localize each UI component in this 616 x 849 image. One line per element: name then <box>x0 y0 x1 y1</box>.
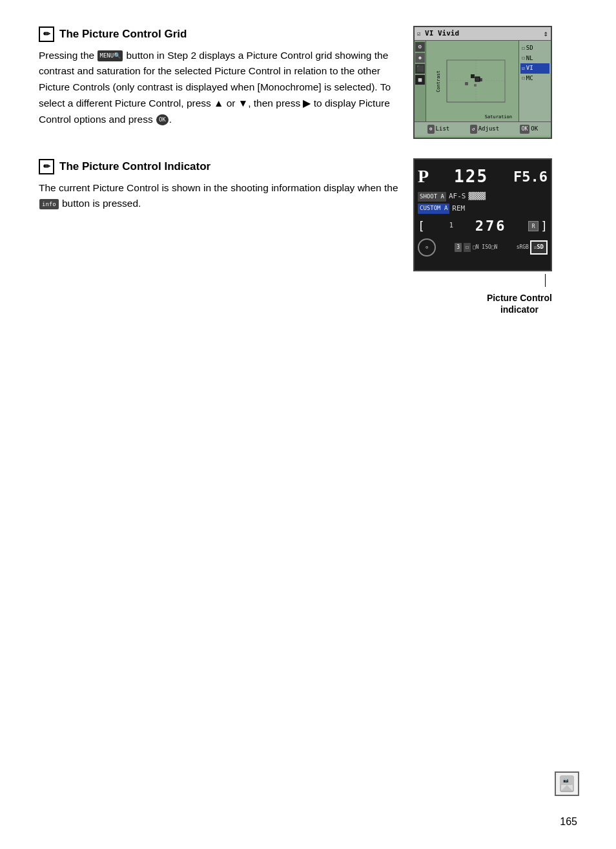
lcd2-tags: SHOOT A AF-S ▓▓▓▓ CUSTOM A REM <box>418 191 486 214</box>
corner-icon-inner: 📷 <box>555 771 579 796</box>
lcd2-mode: P <box>418 163 429 190</box>
lcd2-custom-tag: CUSTOM A <box>418 204 449 214</box>
lcd2-top-row: P 125 F5.6 <box>418 163 548 190</box>
lcd-btn-adjust: ↺ Adjust <box>470 125 499 134</box>
lcd2-rec-icon: R <box>528 221 539 231</box>
ok-icon: OK <box>520 125 530 134</box>
bookmark-icon: 📷 <box>558 775 576 793</box>
indicator-label: Picture Controlindicator <box>487 292 552 315</box>
lcd-content-wrap: ⚙ ◈ ⬛ ▦ Contrast <box>415 41 551 121</box>
lcd2-bracket-left: [ <box>418 217 425 235</box>
section-2: ✏ The Picture Control Indicator The curr… <box>39 158 577 315</box>
svg-rect-9 <box>475 77 480 81</box>
lcd-titlebar-1: ☑ VI Vivid ⇕ <box>415 27 551 41</box>
lcd2-bottom-items: 3 ☐ □N ISO□N <box>455 243 497 252</box>
indicator-annotation: Picture Controlindicator <box>413 274 552 315</box>
lcd2-aperture: F5.6 <box>513 166 548 187</box>
lcd2-shoot-tag: SHOOT A <box>418 192 446 202</box>
lcd-item-mc: ☐ MC <box>520 74 549 84</box>
lcd2-af-label: AF-S <box>449 191 466 202</box>
lcd-icon-2: ◈ <box>415 53 425 63</box>
lcd2-icon-tv: ☐ <box>464 243 471 252</box>
lcd-title-arrow: ⇕ <box>544 28 548 39</box>
lcd2-rem-label: REM <box>452 204 465 215</box>
lcd2-custom-row: CUSTOM A REM <box>418 204 486 215</box>
lcd-item-nl: ☐ NL <box>520 54 549 64</box>
lcd2-shutter: 125 <box>454 164 488 189</box>
lcd-screen-1: ☑ VI Vivid ⇕ ⚙ ◈ ⬛ ▦ <box>413 26 552 139</box>
lcd2-number-1: 1 <box>449 220 453 231</box>
section-2-image: P 125 F5.6 SHOOT A AF-S ▓▓▓▓ <box>413 158 552 315</box>
corner-icon: 📷 <box>555 771 580 797</box>
lcd2-icon-3: 3 <box>455 243 462 252</box>
section-1-text: ✏ The Picture Control Grid Pressing the … <box>39 26 400 127</box>
section-2-title: ✏ The Picture Control Indicator <box>39 158 400 175</box>
grid-svg <box>440 54 511 109</box>
saturation-label: Saturation <box>485 114 512 121</box>
lcd2-last-row: ⊙ 3 ☐ □N ISO□N sRGB ☑SD <box>418 238 548 257</box>
lcd-btn-ok: OK OK <box>520 125 538 134</box>
adjust-icon: ↺ <box>470 125 477 134</box>
lcd2-battery: ▓▓▓▓ <box>468 191 486 202</box>
lcd2-count: 276 <box>475 215 507 236</box>
lcd2-sd-area: sRGB ☑SD <box>517 240 548 255</box>
section-1-body: Pressing the MENU🔍 button in Step 2 disp… <box>39 48 400 128</box>
lcd-icon-3: ⬛ <box>415 64 425 74</box>
contrast-label: Contrast <box>435 70 442 92</box>
lcd2-error-text: sRGB <box>517 244 529 251</box>
indicator-arrow-line <box>545 274 546 287</box>
lcd-grid-area: Contrast <box>426 41 518 121</box>
section-1-image: ☑ VI Vivid ⇕ ⚙ ◈ ⬛ ▦ <box>413 26 552 139</box>
lcd2-n-iso: □N ISO□N <box>473 244 498 251</box>
lcd-item-vi: ☑ VI <box>520 63 549 74</box>
svg-rect-7 <box>465 82 468 85</box>
section-2-text: ✏ The Picture Control Indicator The curr… <box>39 158 400 212</box>
page-number: 165 <box>560 814 577 830</box>
content-area: ✏ The Picture Control Grid Pressing the … <box>39 26 577 315</box>
lcd-left-bar: ⚙ ◈ ⬛ ▦ <box>415 41 426 121</box>
svg-rect-8 <box>474 84 477 87</box>
lcd2-sd-badge: ☑SD <box>530 240 548 255</box>
section-1-heading: The Picture Control Grid <box>59 26 187 43</box>
lcd-item-sd: ☐ SD <box>520 43 549 54</box>
section-1: ✏ The Picture Control Grid Pressing the … <box>39 26 577 139</box>
svg-rect-5 <box>471 74 475 78</box>
lcd-icon-4: ▦ <box>415 75 425 85</box>
lcd2-dial-icon: ⊙ <box>418 238 436 257</box>
list-icon: ⊕ <box>427 125 435 134</box>
lcd-title-text: ☑ VI Vivid <box>417 28 459 39</box>
menu-button-icon: MENU🔍 <box>98 50 123 61</box>
section-1-title: ✏ The Picture Control Grid <box>39 26 400 43</box>
lcd2-bracket-right: R ] <box>528 217 548 235</box>
section-2-body: The current Picture Control is shown in … <box>39 180 400 213</box>
svg-text:📷: 📷 <box>563 777 569 783</box>
ok-button-icon: OK <box>156 114 169 125</box>
lcd-bottombar: ⊕ List ↺ Adjust OK OK <box>415 121 551 136</box>
lcd-right-list: ☐ SD ☐ NL ☑ VI ☐ MC <box>518 41 551 121</box>
pencil-icon-1: ✏ <box>39 26 54 42</box>
lcd-btn-list: ⊕ List <box>427 125 450 134</box>
page-container: ✏ The Picture Control Grid Pressing the … <box>0 0 616 849</box>
section-2-heading: The Picture Control Indicator <box>59 158 210 175</box>
lcd-screen-2: P 125 F5.6 SHOOT A AF-S ▓▓▓▓ <box>413 158 552 271</box>
lcd2-middle-row: SHOOT A AF-S ▓▓▓▓ CUSTOM A REM <box>418 191 548 214</box>
lcd2-count-row: [ 1 276 R ] <box>418 215 548 236</box>
pencil-icon-2: ✏ <box>39 159 54 174</box>
lcd2-shoot-row: SHOOT A AF-S ▓▓▓▓ <box>418 191 486 202</box>
info-button-icon: info <box>39 199 59 209</box>
lcd-icon-1: ⚙ <box>415 42 425 52</box>
